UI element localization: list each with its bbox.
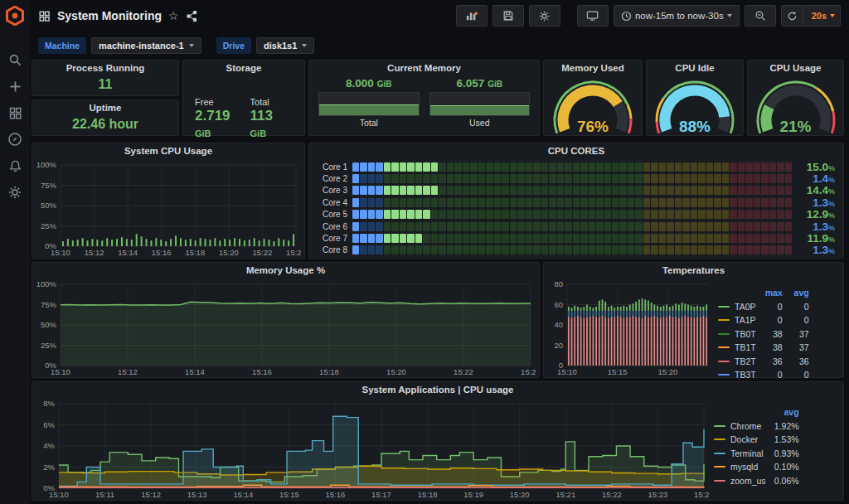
- gauge-segment: [596, 210, 603, 219]
- gauge-segment: [447, 198, 454, 207]
- legend-item[interactable]: mysqld0.10%: [709, 460, 804, 474]
- panel-title[interactable]: Process Running: [32, 61, 178, 75]
- temperatures-chart[interactable]: 02040608015:1015:1515:20: [547, 279, 713, 377]
- y-tick-label: 4%: [43, 441, 55, 450]
- time-range-picker[interactable]: now-15m to now-30s: [614, 5, 740, 27]
- legend-item[interactable]: Chrome1.92%: [709, 419, 804, 434]
- gauge-segment: [463, 210, 469, 219]
- search-icon[interactable]: [6, 51, 24, 69]
- legend-item[interactable]: Terminal0.93%: [709, 447, 804, 461]
- temperatures-canvas[interactable]: 02040608015:1015:1515:20: [547, 279, 713, 377]
- panel-title[interactable]: System CPU Usage: [32, 143, 304, 158]
- panel-title[interactable]: CPU CORES: [309, 143, 843, 158]
- gauge-segment: [612, 162, 619, 172]
- zoom-out-time-button[interactable]: [745, 5, 776, 27]
- storage-free-label: Free: [195, 97, 250, 107]
- gauge-segment: [691, 210, 697, 219]
- refresh-button[interactable]: [782, 6, 803, 26]
- gauge-segment: [769, 174, 776, 183]
- time-range-text: now-15m to now-30s: [635, 11, 724, 21]
- gauge-segment: [384, 210, 391, 219]
- gauge-segment: [619, 210, 626, 219]
- panel-title[interactable]: Memory Usage %: [32, 263, 539, 278]
- panel-title[interactable]: Uptime: [32, 100, 178, 115]
- core-value: 14.4%: [792, 184, 835, 196]
- configuration-gear-icon[interactable]: [6, 183, 24, 201]
- gauge-segment: [651, 245, 657, 254]
- legend-item[interactable]: TB1T3837: [713, 341, 814, 355]
- gauge-segment: [754, 245, 760, 254]
- tv-mode-button[interactable]: [577, 5, 609, 27]
- gauge-segment: [407, 186, 414, 195]
- uptime-value: 22.46 hour: [32, 117, 178, 132]
- gauge-segment: [526, 245, 532, 254]
- panel-title[interactable]: CPU Usage: [748, 61, 843, 75]
- gauge-segment: [415, 222, 422, 231]
- gauge-value-text: 88%: [647, 118, 743, 136]
- gauge-segment: [682, 186, 689, 195]
- y-tick-label: 50%: [41, 320, 57, 329]
- refresh-interval-dropdown[interactable]: 20s: [807, 11, 840, 21]
- legend-item[interactable]: Docker1.53%: [709, 433, 804, 447]
- add-panel-button[interactable]: [456, 5, 488, 27]
- gauge-segment: [612, 245, 619, 254]
- panel-memory-usage: Memory Usage % 0%25%50%75%100%15:1015:12…: [32, 262, 540, 378]
- variable-select-machine[interactable]: machine-instance-1: [91, 37, 201, 54]
- panel-title[interactable]: Storage: [183, 61, 304, 75]
- legend-item[interactable]: zoom_us0.06%: [709, 474, 804, 488]
- variable-select-drive[interactable]: disk1s1: [256, 37, 314, 54]
- gauge-segment: [510, 162, 517, 172]
- star-icon[interactable]: ☆: [168, 9, 179, 22]
- gauge-segment: [454, 186, 461, 195]
- gauge-segment: [463, 234, 469, 243]
- add-icon[interactable]: [6, 77, 24, 95]
- panel-title[interactable]: Temperatures: [544, 263, 843, 278]
- grafana-logo[interactable]: [5, 6, 25, 26]
- applications-cpu-canvas[interactable]: 0%2%4%6%8%15:1015:1115:1215:1315:1415:15…: [36, 399, 709, 500]
- x-tick-label: 15:10: [51, 248, 70, 257]
- system-cpu-chart[interactable]: 0%25%50%75%100%15:1015:1215:1415:1615:18…: [32, 158, 304, 258]
- gauge-segment: [589, 186, 595, 195]
- gauge-segment: [738, 174, 745, 183]
- x-tick-label: 15:18: [185, 248, 205, 257]
- core-segment-gauge: [352, 162, 792, 172]
- gauge-segment: [659, 210, 666, 219]
- panel-title[interactable]: System Applications | CPU usage: [32, 382, 843, 397]
- gauge-segment: [738, 234, 745, 243]
- explore-compass-icon[interactable]: [6, 130, 24, 148]
- x-tick-label: 15:24: [286, 248, 301, 257]
- gauge-segment: [745, 210, 752, 219]
- cpu-cores-rows: Core 115.0%Core 21.4%Core 314.4%Core 41.…: [309, 158, 843, 256]
- core-row: Core 21.4%: [314, 172, 835, 184]
- gauge-segment: [502, 162, 508, 172]
- x-tick-label: 15:22: [602, 490, 622, 499]
- gauge-segment: [565, 210, 571, 219]
- gauge-segment: [738, 222, 745, 231]
- legend-item[interactable]: TB3T00: [713, 368, 814, 382]
- gauge-segment: [722, 198, 729, 207]
- memory-usage-canvas[interactable]: 0%25%50%75%100%15:1015:1215:1415:1615:18…: [36, 279, 536, 377]
- panel-title[interactable]: Current Memory: [309, 61, 539, 75]
- legend-item[interactable]: TB2T3636: [713, 355, 814, 369]
- applications-cpu-chart[interactable]: 0%2%4%6%8%15:1015:1115:1215:1315:1415:15…: [36, 399, 709, 500]
- alerting-bell-icon[interactable]: [6, 157, 24, 175]
- panel-title[interactable]: Memory Used: [544, 61, 642, 75]
- save-dashboard-button[interactable]: [492, 5, 524, 27]
- dashboards-icon[interactable]: [6, 104, 24, 122]
- temperatures-legend: maxavgTA0P00TA1P00TB0T3837TB1T3837TB2T36…: [713, 286, 814, 382]
- share-icon[interactable]: [186, 10, 198, 22]
- memory-used-bargauge: [429, 92, 531, 116]
- system-cpu-usage-canvas[interactable]: 0%25%50%75%100%15:1015:1215:1415:1615:18…: [36, 160, 301, 258]
- legend-item[interactable]: TB0T3837: [713, 327, 814, 342]
- gauge-segment: [659, 162, 666, 172]
- legend-item[interactable]: TA1P00: [713, 313, 814, 327]
- panel-title[interactable]: CPU Idle: [647, 61, 743, 75]
- gauge-segment: [738, 198, 745, 207]
- panel-applications-cpu: System Applications | CPU usage 0%2%4%6%…: [32, 381, 844, 501]
- gauge-segment: [502, 210, 508, 219]
- core-label: Core 8: [314, 245, 352, 254]
- gauge-segment: [565, 222, 571, 231]
- legend-item[interactable]: TA0P00: [713, 300, 814, 314]
- dashboard-settings-button[interactable]: [529, 5, 560, 27]
- memory-usage-chart[interactable]: 0%25%50%75%100%15:1015:1215:1415:1615:18…: [32, 278, 539, 377]
